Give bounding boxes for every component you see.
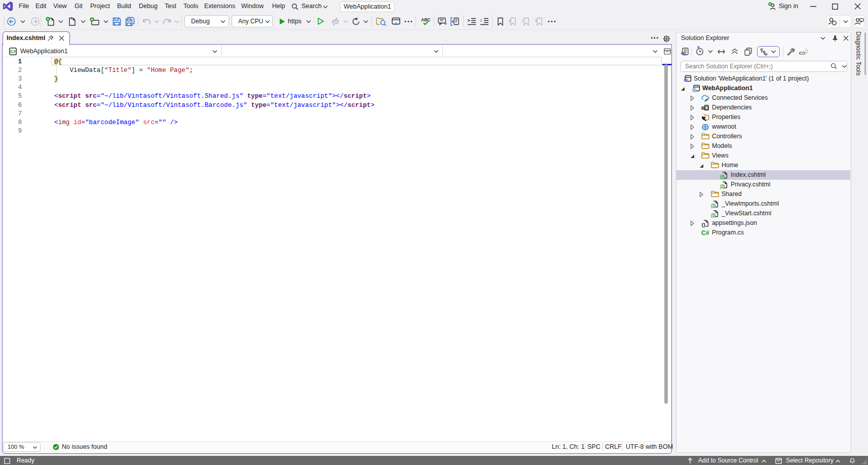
svg-text:C#: C# xyxy=(10,49,16,54)
svg-text:@: @ xyxy=(720,174,725,179)
svg-text:{}: {} xyxy=(701,222,705,227)
svg-text:@: @ xyxy=(711,203,716,208)
svg-text:ABC: ABC xyxy=(421,17,430,22)
svg-text:C#: C# xyxy=(701,229,709,237)
svg-text:2: 2 xyxy=(480,18,482,23)
svg-text:@: @ xyxy=(711,212,716,218)
svg-text:@: @ xyxy=(720,183,725,189)
